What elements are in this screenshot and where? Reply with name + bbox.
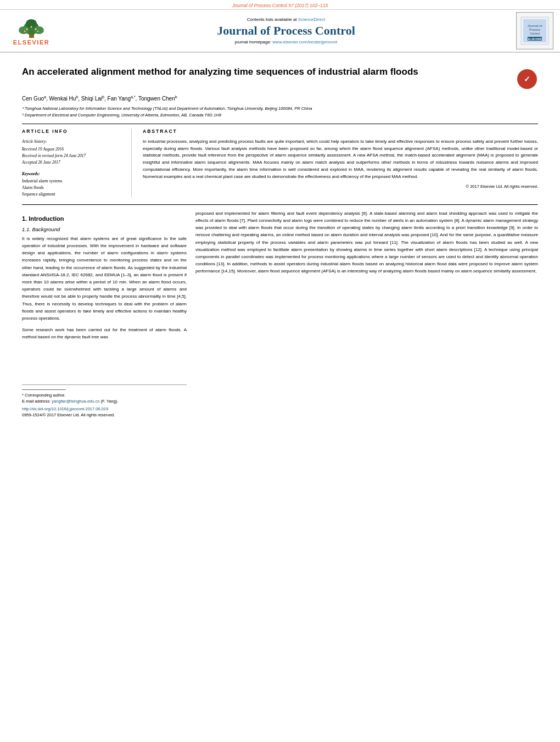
keyword-1: Industrial alarm systems: [22, 178, 124, 185]
right-col-para-1: proposed and implemented for alarm filte…: [195, 210, 538, 275]
footer-section: * Corresponding author. E-mail address: …: [22, 384, 187, 417]
corresponding-note: * Corresponding author.: [22, 392, 187, 398]
svg-text:Control: Control: [530, 32, 540, 35]
journal-logo-icon: Journal of Process Control ELSEVIER: [520, 16, 550, 46]
body-right-col: proposed and implemented for alarm filte…: [195, 210, 538, 373]
journal-ref-bar: Journal of Process Control 57 (2017) 102…: [0, 0, 560, 9]
svg-text:Journal of: Journal of: [528, 24, 542, 27]
sciencedirect-link[interactable]: ScienceDirect: [298, 17, 325, 22]
svg-point-7: [35, 29, 36, 30]
svg-text:ELSEVIER: ELSEVIER: [528, 37, 542, 41]
svg-point-5: [26, 29, 27, 30]
intro-subsection-title: 1.1. Background: [22, 226, 187, 232]
footer-divider: [22, 389, 66, 390]
accepted-date: Accepted 26 June 2017: [22, 159, 124, 166]
homepage-url[interactable]: www.elsevier.com/locate/jprocont: [272, 40, 337, 44]
keyword-3: Sequence alignment: [22, 191, 124, 198]
doi-line: http://dx.doi.org/10.1016/j.jprocont.201…: [22, 406, 187, 411]
body-left-col: 1. Introduction 1.1. Background It is wi…: [22, 210, 187, 373]
elsevier-tree-icon: [14, 16, 49, 39]
svg-point-2: [19, 26, 29, 34]
journal-logo-box: Journal of Process Control ELSEVIER: [516, 12, 553, 49]
abstract-heading: ABSTRACT: [143, 129, 538, 134]
affiliations: ᵃ Tsinghua National Laboratory for Infor…: [22, 105, 538, 118]
crossmark-icon: ✓: [517, 69, 537, 89]
elsevier-logo: ELSEVIER: [7, 16, 56, 46]
intro-para-1: It is widely recognized that alarm syste…: [22, 235, 187, 322]
article-history: Article history: Received 19 August 2016…: [22, 138, 124, 166]
article-info-col: ARTICLE INFO Article history: Received 1…: [22, 129, 132, 198]
header-bar: ELSEVIER Contents lists available at Sci…: [0, 9, 560, 52]
keyword-2: Alarm floods: [22, 185, 124, 191]
abstract-text: In industrial processes, analyzing and p…: [143, 138, 538, 181]
body-divider: [22, 204, 538, 205]
contents-available-line: Contents lists available at ScienceDirec…: [61, 17, 511, 22]
svg-point-9: [37, 31, 38, 32]
received-date: Received 19 August 2016: [22, 146, 124, 153]
authors-line: Cen Guoa, Wenkai Hub, Shiqi Laib, Fan Ya…: [22, 94, 538, 103]
crossmark-badge: ✓: [516, 68, 538, 90]
keyword-list: Industrial alarm systems Alarm floods Se…: [22, 178, 124, 198]
elsevier-label: ELSEVIER: [13, 39, 49, 46]
history-label: Article history:: [22, 138, 124, 145]
email-note: E-mail address: yangfan@tsinghua.edu.cn …: [22, 399, 187, 404]
affiliation-b: ᵇ Department of Electrical and Computer …: [22, 112, 538, 118]
affiliation-a: ᵃ Tsinghua National Laboratory for Infor…: [22, 105, 538, 111]
journal-ref-text: Journal of Process Control 57 (2017) 102…: [232, 3, 328, 8]
intro-para-2: Some research work has been carried out …: [22, 326, 187, 341]
issn-line: 0959-1524/© 2017 Elsevier Ltd. All right…: [22, 412, 187, 417]
intro-section-title: 1. Introduction: [22, 215, 187, 222]
copyright-line: © 2017 Elsevier Ltd. All rights reserved…: [143, 184, 538, 189]
email-address[interactable]: yangfan@tsinghua.edu.cn: [52, 399, 99, 404]
abstract-col: ABSTRACT In industrial processes, analyz…: [143, 129, 538, 198]
revised-date: Received in revised form 24 June 2017: [22, 153, 124, 159]
header-center: Contents lists available at ScienceDirec…: [56, 17, 516, 44]
homepage-line: journal homepage: www.elsevier.com/locat…: [61, 40, 511, 44]
svg-point-3: [34, 26, 44, 34]
svg-text:Process: Process: [529, 28, 540, 31]
journal-title: Journal of Process Control: [61, 24, 511, 38]
keywords-label: Keywords:: [22, 171, 124, 176]
article-info-heading: ARTICLE INFO: [22, 129, 124, 134]
svg-point-6: [30, 26, 32, 28]
paper-title: An accelerated alignment method for anal…: [22, 66, 418, 78]
keywords-section: Keywords: Industrial alarm systems Alarm…: [22, 171, 124, 198]
svg-text:✓: ✓: [524, 75, 530, 83]
svg-point-8: [24, 31, 25, 32]
doi-link[interactable]: http://dx.doi.org/10.1016/j.jprocont.201…: [22, 406, 108, 411]
